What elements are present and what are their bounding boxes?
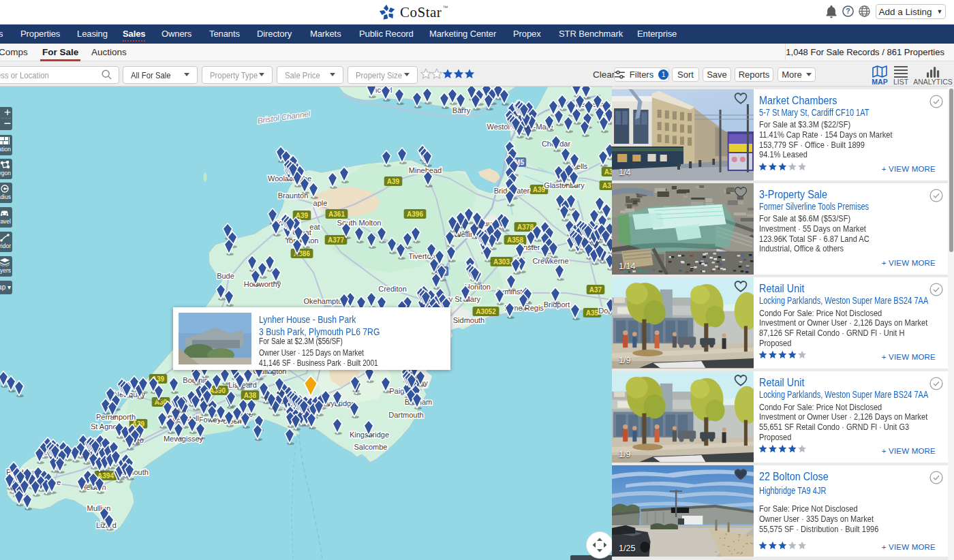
svg-text:aple: aple	[313, 199, 328, 207]
svg-text:A35: A35	[586, 309, 599, 317]
svg-text:A377: A377	[328, 236, 344, 244]
svg-text:A39: A39	[387, 178, 400, 185]
svg-text:A371: A371	[602, 182, 612, 189]
svg-text:Bude: Bude	[217, 272, 234, 280]
svg-text:A38: A38	[244, 392, 257, 399]
svg-text:Minehead: Minehead	[409, 166, 442, 174]
svg-text:?: ?	[846, 7, 850, 15]
svg-text:Crewkerne: Crewkerne	[532, 257, 568, 265]
svg-text:Salcombe: Salcombe	[354, 443, 388, 451]
svg-text:Mevagissey: Mevagissey	[164, 435, 204, 443]
svg-text:eat: eat	[309, 223, 320, 231]
svg-text:A37: A37	[589, 286, 602, 294]
svg-text:A303: A303	[493, 258, 510, 266]
svg-text:Sidmouth: Sidmouth	[453, 316, 484, 324]
svg-text:A3052: A3052	[476, 308, 496, 315]
svg-text:Dartmouth: Dartmouth	[388, 411, 423, 419]
svg-text:Crediton: Crediton	[378, 285, 407, 293]
svg-text:A396: A396	[407, 211, 423, 218]
svg-text:A361: A361	[328, 211, 345, 218]
svg-text:A378: A378	[517, 223, 534, 231]
svg-text:A38: A38	[604, 168, 612, 176]
